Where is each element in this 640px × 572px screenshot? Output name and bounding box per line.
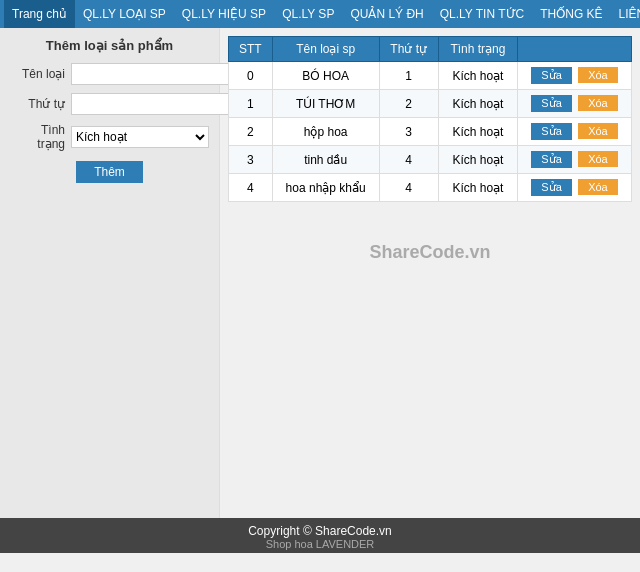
table-row: 4 hoa nhập khẩu 4 Kích hoạt Sửa Xóa [229, 174, 632, 202]
btn-xoa-1[interactable]: Xóa [578, 95, 618, 111]
cell-actions: Sửa Xóa [518, 62, 632, 90]
table-header-row: STT Tên loại sp Thứ tự Tình trạng [229, 37, 632, 62]
cell-stt: 2 [229, 118, 273, 146]
th-stt: STT [229, 37, 273, 62]
cell-tenloai: tinh dầu [272, 146, 379, 174]
cell-thutu: 3 [379, 118, 438, 146]
cell-tinhtrang: Kích hoạt [438, 146, 517, 174]
cell-tenloai: hoa nhập khẩu [272, 174, 379, 202]
main-layout: Thêm loại sản phẩm Tên loại Thứ tự Tình … [0, 28, 640, 518]
footer-shop: Shop hoa LAVENDER [0, 538, 640, 550]
nav-item-thongke[interactable]: THỐNG KÊ [532, 0, 610, 28]
form-group-tinhtrang: Tình trạng Kích hoạt Không kích hoạt [10, 123, 209, 151]
nav-item-loaisp[interactable]: QL.LY LOẠI SP [75, 0, 174, 28]
form-group-tenloai: Tên loại [10, 63, 209, 85]
cell-tinhtrang: Kích hoạt [438, 118, 517, 146]
btn-sua-2[interactable]: Sửa [531, 123, 571, 140]
cell-tenloai: hộp hoa [272, 118, 379, 146]
cell-thutu: 4 [379, 174, 438, 202]
cell-stt: 4 [229, 174, 273, 202]
footer-copyright: Copyright © ShareCode.vn [0, 524, 640, 538]
label-tenloai: Tên loại [10, 67, 65, 81]
table-row: 2 hộp hoa 3 Kích hoạt Sửa Xóa [229, 118, 632, 146]
btn-xoa-0[interactable]: Xóa [578, 67, 618, 83]
cell-tinhtrang: Kích hoạt [438, 90, 517, 118]
nav-item-hieusp[interactable]: QL.LY HIỆU SP [174, 0, 274, 28]
cell-stt: 1 [229, 90, 273, 118]
btn-sua-1[interactable]: Sửa [531, 95, 571, 112]
nav-item-quanlydh[interactable]: QUẢN LÝ ĐH [342, 0, 431, 28]
sidebar-title: Thêm loại sản phẩm [10, 38, 209, 53]
form-group-thutu: Thứ tự [10, 93, 209, 115]
data-table: STT Tên loại sp Thứ tự Tình trạng 0 BÓ H… [228, 36, 632, 202]
th-actions [518, 37, 632, 62]
cell-tenloai: TÚI THƠM [272, 90, 379, 118]
nav-item-lienhe[interactable]: LIÊN HỆ [611, 0, 640, 28]
label-thutu: Thứ tự [10, 97, 65, 111]
cell-actions: Sửa Xóa [518, 146, 632, 174]
th-tinhtrang: Tình trạng [438, 37, 517, 62]
cell-actions: Sửa Xóa [518, 118, 632, 146]
watermark: ShareCode.vn [228, 202, 632, 283]
input-thutu[interactable] [71, 93, 231, 115]
cell-thutu: 2 [379, 90, 438, 118]
cell-tinhtrang: Kích hoạt [438, 62, 517, 90]
select-tinhtrang[interactable]: Kích hoạt Không kích hoạt [71, 126, 209, 148]
cell-stt: 0 [229, 62, 273, 90]
cell-tinhtrang: Kích hoạt [438, 174, 517, 202]
cell-thutu: 4 [379, 146, 438, 174]
btn-sua-4[interactable]: Sửa [531, 179, 571, 196]
table-area: STT Tên loại sp Thứ tự Tình trạng 0 BÓ H… [220, 28, 640, 518]
table-row: 1 TÚI THƠM 2 Kích hoạt Sửa Xóa [229, 90, 632, 118]
nav-item-sp[interactable]: QL.LY SP [274, 0, 342, 28]
cell-thutu: 1 [379, 62, 438, 90]
nav-item-tintuc[interactable]: QL.LY TIN TỨC [432, 0, 532, 28]
btn-sua-0[interactable]: Sửa [531, 67, 571, 84]
footer: Copyright © ShareCode.vn Shop hoa LAVEND… [0, 518, 640, 553]
cell-actions: Sửa Xóa [518, 90, 632, 118]
btn-xoa-4[interactable]: Xóa [578, 179, 618, 195]
th-thutu: Thứ tự [379, 37, 438, 62]
sidebar: Thêm loại sản phẩm Tên loại Thứ tự Tình … [0, 28, 220, 518]
cell-tenloai: BÓ HOA [272, 62, 379, 90]
navbar: Trang chủ QL.LY LOẠI SP QL.LY HIỆU SP QL… [0, 0, 640, 28]
th-tenloai: Tên loại sp [272, 37, 379, 62]
table-row: 3 tinh dầu 4 Kích hoạt Sửa Xóa [229, 146, 632, 174]
btn-sua-3[interactable]: Sửa [531, 151, 571, 168]
cell-actions: Sửa Xóa [518, 174, 632, 202]
btn-them[interactable]: Thêm [76, 161, 143, 183]
table-row: 0 BÓ HOA 1 Kích hoạt Sửa Xóa [229, 62, 632, 90]
btn-xoa-2[interactable]: Xóa [578, 123, 618, 139]
cell-stt: 3 [229, 146, 273, 174]
label-tinhtrang: Tình trạng [10, 123, 65, 151]
input-tenloai[interactable] [71, 63, 231, 85]
nav-item-trangchu[interactable]: Trang chủ [4, 0, 75, 28]
btn-xoa-3[interactable]: Xóa [578, 151, 618, 167]
